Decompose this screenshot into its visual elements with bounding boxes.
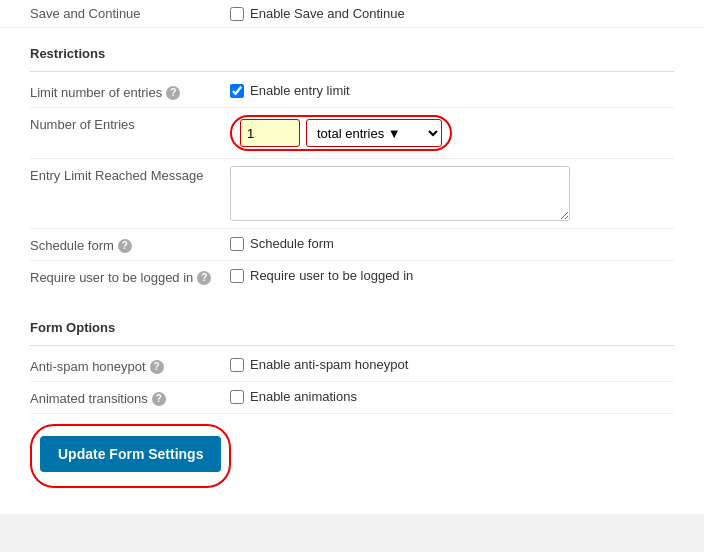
animations-checkbox-text: Enable animations <box>250 389 357 404</box>
antispam-checkbox-label[interactable]: Enable anti-spam honeypot <box>230 357 408 372</box>
entries-highlight-circle: total entries ▼ entries per day entries … <box>230 115 452 151</box>
schedule-form-checkbox[interactable] <box>230 237 244 251</box>
animations-label: Animated transitions <box>30 391 148 406</box>
save-continue-checkbox[interactable] <box>230 7 244 21</box>
number-of-entries-input[interactable] <box>240 119 300 147</box>
require-login-checkbox[interactable] <box>230 269 244 283</box>
entry-limit-message-label: Entry Limit Reached Message <box>30 168 203 183</box>
require-login-checkbox-label[interactable]: Require user to be logged in <box>230 268 413 283</box>
save-continue-checkbox-text: Enable Save and Continue <box>250 6 405 21</box>
schedule-form-info-icon[interactable]: ? <box>118 239 132 253</box>
form-options-section-title: Form Options <box>30 312 674 341</box>
antispam-info-icon[interactable]: ? <box>150 360 164 374</box>
antispam-checkbox-text: Enable anti-spam honeypot <box>250 357 408 372</box>
number-of-entries-label: Number of Entries <box>30 117 135 132</box>
antispam-checkbox[interactable] <box>230 358 244 372</box>
require-login-label: Require user to be logged in <box>30 270 193 285</box>
update-btn-highlight: Update Form Settings <box>30 424 231 488</box>
entry-limit-message-textarea[interactable] <box>230 166 570 221</box>
schedule-form-checkbox-text: Schedule form <box>250 236 334 251</box>
animations-checkbox-label[interactable]: Enable animations <box>230 389 357 404</box>
animations-info-icon[interactable]: ? <box>152 392 166 406</box>
animations-checkbox[interactable] <box>230 390 244 404</box>
save-continue-label: Save and Continue <box>30 6 230 21</box>
schedule-form-checkbox-label[interactable]: Schedule form <box>230 236 334 251</box>
schedule-form-label: Schedule form <box>30 238 114 253</box>
save-continue-checkbox-label[interactable]: Enable Save and Continue <box>230 6 405 21</box>
limit-entries-checkbox-text: Enable entry limit <box>250 83 350 98</box>
entries-type-select[interactable]: total entries ▼ entries per day entries … <box>306 119 442 147</box>
limit-entries-checkbox-label[interactable]: Enable entry limit <box>230 83 350 98</box>
limit-entries-checkbox[interactable] <box>230 84 244 98</box>
update-form-settings-button[interactable]: Update Form Settings <box>40 436 221 472</box>
antispam-label: Anti-spam honeypot <box>30 359 146 374</box>
require-login-checkbox-text: Require user to be logged in <box>250 268 413 283</box>
require-login-info-icon[interactable]: ? <box>197 271 211 285</box>
bottom-gray-bar <box>0 514 704 552</box>
limit-entries-label: Limit number of entries <box>30 85 162 100</box>
limit-entries-info-icon[interactable]: ? <box>166 86 180 100</box>
restrictions-section-title: Restrictions <box>30 38 674 67</box>
